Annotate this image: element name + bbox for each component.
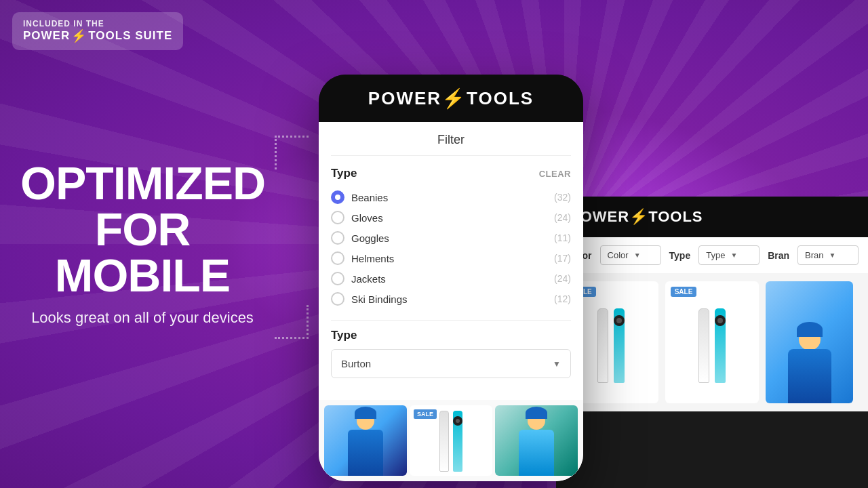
ski-bindings-label: Ski Bindings	[351, 293, 408, 305]
brand-filter-section: Type Burton ▼	[331, 329, 571, 378]
chevron-down-icon-3: ▼	[829, 251, 836, 259]
filter-divider	[331, 320, 571, 321]
gloves-count: (24)	[554, 212, 571, 223]
brand-section-header: Type	[331, 329, 571, 342]
helments-count: (17)	[554, 253, 571, 264]
desktop-filter-bar: Color Color ▼ Type Type ▼ Bran Bran ▼	[556, 237, 868, 273]
desktop-product-card-2: SALE	[665, 281, 760, 403]
goggles-count: (11)	[554, 232, 571, 243]
badge-bottom-text: POWER ⚡ TOOLS SUITE	[23, 28, 172, 43]
phone-tools-label: TOOLS	[467, 88, 534, 109]
radio-jackets[interactable]	[331, 272, 344, 285]
goggles-label: Goggles	[351, 232, 389, 244]
desktop-type-select[interactable]: Type ▼	[698, 245, 760, 265]
filter-option-ski-bindings[interactable]: Ski Bindings (12)	[331, 289, 571, 309]
radio-helments[interactable]	[331, 251, 344, 265]
desktop-type-label: Type	[669, 250, 691, 261]
radio-ski-bindings[interactable]	[331, 292, 344, 306]
hero-main-title: OPTIMIZED FOR MOBILE	[20, 160, 264, 298]
desktop-panel: POWER ⚡ TOOLS Color Color ▼ Type Type ▼ …	[556, 197, 868, 488]
desktop-products-grid: SALE SALE	[556, 273, 868, 411]
hero-title-line3: MOBILE	[20, 252, 264, 298]
phone-bolt-icon: ⚡	[441, 87, 467, 110]
type-section-label: Type	[331, 167, 357, 180]
hero-title-line1: OPTIMIZED	[20, 160, 264, 206]
brand-section-label: Type	[331, 329, 357, 342]
filter-option-helments[interactable]: Helments (17)	[331, 248, 571, 268]
radio-beanies[interactable]	[331, 190, 344, 204]
desktop-brand-select[interactable]: Bran ▼	[797, 245, 859, 265]
desktop-bolt-icon: ⚡	[629, 208, 648, 226]
beanies-label: Beanies	[351, 192, 388, 203]
chevron-down-icon-brand: ▼	[553, 359, 561, 369]
sale-badge-ski: SALE	[414, 409, 437, 419]
phone-products-row: SALE	[319, 400, 583, 481]
jackets-count: (24)	[554, 273, 571, 284]
badge-bolt-icon: ⚡	[71, 28, 87, 43]
badge-rest-text: TOOLS SUITE	[88, 29, 172, 43]
filter-panel-title: Filter	[331, 133, 571, 156]
badge-power-text: POWER	[23, 29, 70, 43]
dotted-bracket-top-left	[275, 136, 309, 169]
phone-product-person-left	[324, 405, 407, 476]
phone-header: POWER ⚡ TOOLS	[319, 75, 583, 122]
jackets-label: Jackets	[351, 273, 386, 285]
badge-top-text: INCLUDED IN THE	[23, 19, 172, 28]
brand-dropdown-value: Burton	[341, 358, 371, 369]
hero-subtitle: Looks great on all of your devices	[20, 308, 264, 329]
ski-bindings-count: (12)	[554, 293, 571, 304]
power-tools-badge: INCLUDED IN THE POWER ⚡ TOOLS SUITE	[12, 12, 183, 50]
sale-badge-2: SALE	[671, 287, 697, 297]
type-section-header: Type CLEAR	[331, 167, 571, 180]
dotted-bracket-bottom-right	[275, 305, 309, 339]
hero-title-line2: FOR	[20, 206, 264, 252]
desktop-header: POWER ⚡ TOOLS	[556, 197, 868, 237]
desktop-rest-text: TOOLS	[648, 208, 703, 226]
filter-option-goggles[interactable]: Goggles (11)	[331, 228, 571, 248]
hero-text-block: OPTIMIZED FOR MOBILE Looks great on all …	[20, 160, 264, 329]
desktop-color-select[interactable]: Color ▼	[600, 245, 661, 265]
desktop-header-title: POWER ⚡ TOOLS	[570, 208, 703, 226]
gloves-label: Gloves	[351, 212, 383, 224]
helments-label: Helments	[351, 253, 394, 264]
clear-filter-button[interactable]: CLEAR	[539, 169, 571, 179]
phone-product-ski: SALE	[410, 405, 492, 476]
phone-content: Filter Type CLEAR Beanies (32)	[319, 122, 583, 481]
phone-mockup: POWER ⚡ TOOLS Filter Type CLEAR Beanies	[319, 75, 583, 481]
desktop-brand-label: Bran	[768, 250, 789, 261]
beanies-count: (32)	[554, 192, 571, 203]
chevron-down-icon: ▼	[634, 251, 641, 259]
brand-dropdown[interactable]: Burton ▼	[331, 349, 571, 378]
desktop-product-card-3	[766, 281, 853, 403]
phone-product-person-right	[495, 405, 578, 476]
radio-goggles[interactable]	[331, 231, 344, 245]
filter-panel: Filter Type CLEAR Beanies (32)	[319, 122, 583, 400]
radio-gloves[interactable]	[331, 211, 344, 224]
phone-power-label: POWER	[368, 88, 441, 109]
filter-option-gloves[interactable]: Gloves (24)	[331, 207, 571, 228]
chevron-down-icon-2: ▼	[730, 251, 737, 259]
phone-header-title: POWER ⚡ TOOLS	[368, 87, 534, 110]
type-filter-section: Type CLEAR Beanies (32) Gloves	[331, 167, 571, 309]
filter-option-beanies[interactable]: Beanies (32)	[331, 187, 571, 207]
filter-option-jackets[interactable]: Jackets (24)	[331, 268, 571, 289]
